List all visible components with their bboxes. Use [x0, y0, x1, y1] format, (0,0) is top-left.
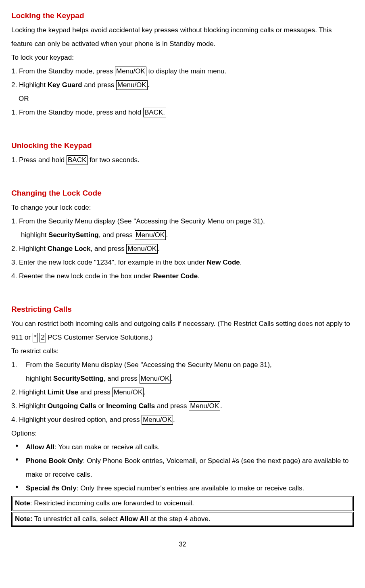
- key-star: *: [33, 333, 38, 342]
- text: .: [144, 388, 146, 396]
- bold-limit-use: Limit Use: [48, 388, 79, 396]
- bold-phone-book-only: Phone Book Only: [26, 457, 83, 465]
- page-number: 32: [11, 538, 354, 551]
- restricting-step3: 3. Highlight Outgoing Calls or Incoming …: [11, 399, 354, 413]
- restricting-to-restrict: To restrict calls:: [11, 344, 354, 358]
- heading-changing: Changing the Lock Code: [11, 186, 354, 201]
- text: or: [96, 402, 106, 410]
- restricting-intro: You can restrict both incoming calls and…: [11, 317, 354, 344]
- bold-incoming-calls: Incoming Calls: [106, 402, 155, 410]
- text: .: [173, 416, 175, 423]
- heading-locking: Locking the Keypad: [11, 8, 354, 23]
- locking-intro: Locking the keypad helps avoid accidenta…: [11, 23, 354, 51]
- bold-change-lock: Change Lock: [48, 245, 91, 252]
- text: .: [171, 375, 173, 382]
- bold-allow-all: Allow All: [120, 515, 148, 523]
- text: , and press: [91, 245, 127, 252]
- key-menu-ok: Menu/OK: [116, 80, 148, 90]
- note-box-2: Note: To unrestrict all calls, select Al…: [11, 512, 354, 527]
- key-2: 2: [40, 333, 46, 342]
- key-menu-ok: Menu/OK: [115, 67, 146, 76]
- text: : Restricted incoming calls are forwarde…: [30, 499, 194, 507]
- bold-note: Note:: [15, 515, 32, 523]
- text: , and press: [104, 375, 140, 382]
- bold-reenter-code: Reenter Code: [153, 272, 198, 280]
- bold-new-code: New Code: [207, 259, 240, 266]
- text: 2. Highlight: [11, 245, 48, 252]
- locking-step2: 2. Highlight Key Guard and press Menu/OK…: [11, 78, 354, 92]
- option-allow-all: Allow All: You can make or receive all c…: [11, 440, 354, 454]
- text: .: [166, 231, 168, 239]
- bold-outgoing-calls: Outgoing Calls: [48, 402, 96, 410]
- option-special-only: Special #s Only: Only three special numb…: [11, 482, 354, 495]
- options-label: Options:: [11, 427, 354, 440]
- text: 1. From the Standby mode, press: [11, 67, 115, 75]
- note-box-1: Note: Restricted incoming calls are forw…: [11, 496, 354, 511]
- key-menu-ok: Menu/OK: [135, 230, 166, 240]
- restricting-step2: 2. Highlight Limit Use and press Menu/OK…: [11, 386, 354, 399]
- text: .: [198, 272, 200, 280]
- locking-to-lock: To lock your keypad:: [11, 51, 354, 65]
- bold-note: Note: [15, 499, 30, 507]
- text: highlight: [21, 231, 48, 239]
- bold-special-only: Special #s Only: [26, 484, 77, 492]
- text: , and press: [99, 231, 135, 239]
- heading-restricting: Restricting Calls: [11, 302, 354, 317]
- text: 2. Highlight: [11, 388, 48, 396]
- key-back: BACK: [67, 155, 88, 165]
- key-menu-ok: Menu/OK: [142, 415, 173, 425]
- text: to display the main menu.: [146, 67, 226, 75]
- changing-step2: 2. Highlight Change Lock, and press Menu…: [11, 242, 354, 256]
- heading-unlocking: Unlocking the Keypad: [11, 138, 354, 153]
- text: .: [240, 259, 242, 266]
- text: 2. Highlight: [11, 81, 48, 89]
- locking-or: OR: [11, 92, 354, 106]
- changing-step1-line1: 1. From the Security Menu display (See "…: [11, 215, 354, 228]
- changing-intro: To change your lock code:: [11, 201, 354, 215]
- text: : Only three special number's entries ar…: [77, 484, 305, 492]
- bold-key-guard: Key Guard: [48, 81, 82, 89]
- bold-security-setting: SecuritySetting: [48, 231, 99, 239]
- text: To unrestrict all calls, select: [32, 515, 119, 523]
- text: 3. Highlight: [11, 402, 48, 410]
- key-back: BACK.: [143, 108, 166, 117]
- text: 1. From the Standby mode, press and hold: [11, 108, 143, 116]
- bold-allow-all: Allow All: [26, 443, 54, 451]
- changing-step1-line2: highlight SecuritySetting, and press Men…: [11, 228, 354, 242]
- key-menu-ok: Menu/OK: [126, 244, 158, 254]
- text: 3. Enter the new lock code "1234", for e…: [11, 259, 207, 266]
- text: and press: [82, 81, 116, 89]
- restricting-step1: 1. From the Security Menu display (See "…: [11, 358, 354, 386]
- text: and press: [155, 402, 189, 410]
- text: 1. Press and hold: [11, 156, 67, 164]
- step-number: 1.: [11, 358, 17, 372]
- text: and press: [78, 388, 112, 396]
- key-menu-ok: Menu/OK: [140, 374, 171, 384]
- text: at the step 4 above.: [148, 515, 211, 523]
- text: .: [220, 402, 222, 410]
- text: .: [148, 81, 150, 89]
- restricting-step1-list: 1. From the Security Menu display (See "…: [11, 358, 354, 386]
- unlocking-step: 1. Press and hold BACK for two seconds.: [11, 153, 354, 167]
- text: 4. Reenter the new lock code in the box …: [11, 272, 153, 280]
- bold-security-setting: SecuritySetting: [53, 375, 104, 382]
- restricting-step4: 4. Highlight your desired option, and pr…: [11, 413, 354, 427]
- key-menu-ok: Menu/OK: [189, 401, 220, 411]
- text: : You can make or receive all calls.: [54, 443, 160, 451]
- text: highlight: [26, 375, 53, 382]
- changing-step3: 3. Enter the new lock code "1234", for e…: [11, 256, 354, 269]
- text: From the Security Menu display (See "Acc…: [26, 361, 272, 369]
- text: .: [158, 245, 160, 252]
- text: PCS Customer Service Solutions.): [46, 334, 153, 341]
- key-menu-ok: Menu/OK: [112, 388, 144, 397]
- text: for two seconds.: [88, 156, 140, 164]
- locking-step1: 1. From the Standby mode, press Menu/OK …: [11, 65, 354, 78]
- option-phone-book-only: Phone Book Only: Only Phone Book entries…: [11, 454, 354, 482]
- text: 4. Highlight your desired option, and pr…: [11, 416, 142, 423]
- options-list: Allow All: You can make or receive all c…: [11, 440, 354, 495]
- locking-alt: 1. From the Standby mode, press and hold…: [11, 106, 354, 119]
- changing-step4: 4. Reenter the new lock code in the box …: [11, 269, 354, 283]
